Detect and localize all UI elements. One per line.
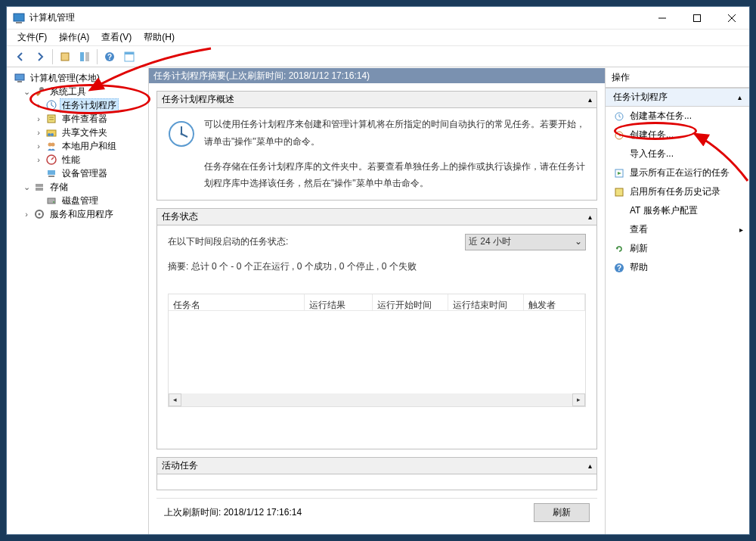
users-icon [45,140,57,152]
period-dropdown[interactable]: 近 24 小时 ⌄ [465,234,586,250]
collapse-icon[interactable]: ▴ [588,213,592,221]
svg-point-15 [39,87,44,92]
action-create-task[interactable]: 创建任务... [606,126,749,145]
tree-system-tools[interactable]: ⌄ 系统工具 [8,85,147,98]
svg-rect-30 [48,176,54,177]
expand-icon[interactable]: › [34,114,43,123]
col-trigger[interactable]: 触发者 [524,294,585,310]
svg-rect-8 [85,52,89,61]
nav-forward-button[interactable] [31,48,49,65]
expand-icon[interactable]: › [34,141,43,151]
tree-local-users[interactable]: › 本地用户和组 [8,139,147,153]
tree-shared-folders[interactable]: › 共享文件夹 [8,126,147,139]
menu-view[interactable]: 查看(V) [95,30,138,45]
svg-text:?: ? [107,53,112,61]
tree-services[interactable]: › 服务和应用程序 [8,207,147,221]
action-help[interactable]: ? 帮助 [606,258,749,277]
col-task-name[interactable]: 任务名 [169,294,305,310]
collapse-icon[interactable]: ▴ [588,462,592,470]
action-create-basic-task[interactable]: 创建基本任务... [606,107,749,126]
svg-rect-29 [48,170,55,175]
menu-help[interactable]: 帮助(H) [138,30,181,45]
submenu-arrow-icon: ▸ [739,225,743,234]
minimize-button[interactable] [645,7,680,30]
toolbar: ? [7,46,749,67]
collapse-icon[interactable]: ⌄ [22,182,31,192]
svg-point-26 [51,143,55,147]
tree-device-manager[interactable]: › 设备管理器 [8,166,147,180]
device-icon [45,167,57,179]
svg-point-36 [39,213,41,216]
close-button[interactable] [714,7,749,30]
svg-rect-32 [36,188,43,191]
action-at-config[interactable]: AT 服务帐户配置 [606,201,749,220]
action-refresh[interactable]: 刷新 [606,239,749,258]
task-table[interactable]: 任务名 运行结果 运行开始时间 运行结束时间 触发者 ◂ ▸ [168,294,586,407]
expand-icon[interactable]: › [22,210,31,219]
window-title: 计算机管理 [29,11,645,24]
collapse-icon[interactable]: ⌄ [22,87,31,97]
performance-icon [45,154,57,166]
scroll-left-icon[interactable]: ◂ [169,393,181,406]
action-enable-history[interactable]: 启用所有任务历史记录 [606,182,749,201]
toolbar-properties-button[interactable] [56,48,74,65]
refresh-button[interactable]: 刷新 [534,503,590,522]
event-icon [45,113,57,125]
main-header: 任务计划程序摘要(上次刷新时间: 2018/1/12 17:16:14) [149,68,605,83]
svg-text:?: ? [617,264,621,272]
svg-point-23 [48,133,51,136]
toolbar-view-button[interactable] [76,48,94,65]
svg-rect-0 [14,14,24,21]
maximize-button[interactable] [680,7,714,30]
tree-task-scheduler[interactable]: › 任务计划程序 [8,98,147,112]
actions-section-header[interactable]: 任务计划程序 ▴ [606,88,749,107]
col-start[interactable]: 运行开始时间 [373,294,448,310]
svg-point-24 [51,133,54,136]
overview-group-header[interactable]: 任务计划程序概述 ▴ [157,92,596,108]
storage-icon [33,181,45,193]
disk-icon [45,194,57,207]
col-end[interactable]: 运行结束时间 [448,294,524,310]
svg-rect-1 [16,22,22,23]
action-view[interactable]: 查看 ▸ [606,220,749,239]
menu-action[interactable]: 操作(A) [53,30,95,45]
main-panel: 任务计划程序摘要(上次刷新时间: 2018/1/12 17:16:14) 任务计… [149,68,606,534]
collapse-icon[interactable]: ▴ [738,93,742,101]
expand-icon[interactable]: › [34,101,43,110]
horizontal-scrollbar[interactable]: ◂ ▸ [169,393,585,406]
tree-root[interactable]: 计算机管理(本地) [8,71,147,85]
last-refresh-label: 上次刷新时间: 2018/1/12 17:16:14 [164,506,302,519]
actions-panel: 操作 任务计划程序 ▴ 创建基本任务... 创建任务... 导入任务... 显示… [606,68,749,534]
tools-icon [33,86,45,98]
toolbar-panel-button[interactable] [120,48,138,65]
expand-icon[interactable]: › [34,155,43,164]
menu-file[interactable]: 文件(F) [11,30,53,45]
expand-icon[interactable]: › [34,128,43,137]
overview-text-2: 任务存储在任务计划程序库的文件夹中。若要查看单独任务上的操作或执行该操作，请在任… [204,158,586,193]
tree-performance[interactable]: › 性能 [8,153,147,166]
action-import-task[interactable]: 导入任务... [606,145,749,163]
svg-rect-3 [694,14,701,21]
scroll-right-icon[interactable]: ▸ [572,393,585,406]
navigation-tree[interactable]: 计算机管理(本地) ⌄ 系统工具 › 任务计划程序 › 事件查看器 › 共享文件… [7,68,149,534]
action-show-running[interactable]: 显示所有正在运行的任务 [606,163,749,182]
svg-point-34 [53,201,54,203]
tree-disk-management[interactable]: › 磁盘管理 [8,194,147,207]
status-group-header[interactable]: 任务状态 ▴ [157,209,596,225]
create-task-icon [613,129,625,141]
svg-rect-33 [48,198,55,204]
collapse-icon[interactable]: ▴ [588,95,592,104]
tree-event-viewer[interactable]: › 事件查看器 [8,112,147,126]
chevron-down-icon: ⌄ [575,233,582,250]
clock-icon [45,99,57,111]
window: 计算机管理 文件(F) 操作(A) 查看(V) 帮助(H) ? 计算机管理(本地… [6,6,750,535]
svg-rect-7 [80,52,84,61]
create-basic-icon [613,110,625,123]
svg-rect-19 [48,115,55,123]
active-tasks-header[interactable]: 活动任务 ▴ [157,458,596,474]
tree-storage[interactable]: ⌄ 存储 [8,180,147,194]
refresh-icon [613,243,625,255]
toolbar-help-button[interactable]: ? [101,48,119,65]
nav-back-button[interactable] [11,48,29,65]
col-result[interactable]: 运行结果 [305,294,373,310]
